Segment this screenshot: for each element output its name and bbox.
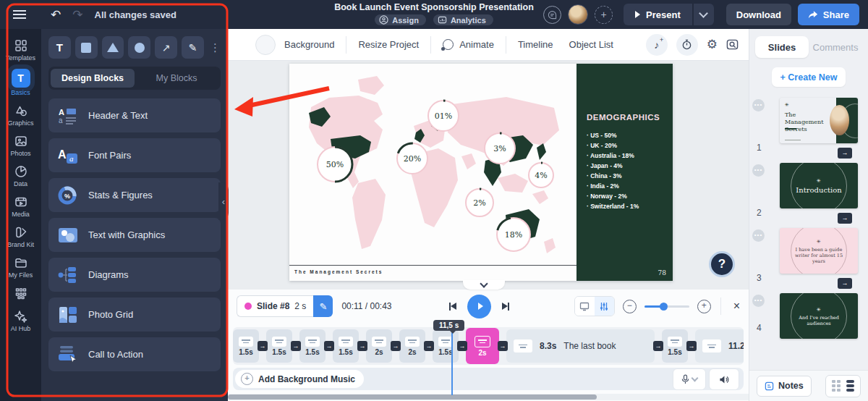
tab-comments[interactable]: Comments	[809, 36, 862, 58]
animate-button[interactable]: Animate	[459, 39, 494, 50]
download-button[interactable]: Download	[726, 4, 791, 25]
slide-canvas[interactable]: 50% 20% 01% 3% 4% 2%	[289, 64, 673, 281]
add-music-button[interactable]: ♪+	[646, 34, 668, 56]
playhead[interactable]	[451, 332, 453, 395]
transition-icon[interactable]: →	[457, 341, 467, 351]
undo-icon[interactable]: ↶	[51, 9, 61, 21]
sidebar-item-media[interactable]: Media	[0, 191, 41, 221]
transition-icon[interactable]: →	[258, 341, 268, 351]
voiceover-button[interactable]	[673, 368, 706, 390]
slide-thumbnail-1[interactable]: ✳ The Management Secrets	[780, 98, 858, 143]
slide-thumbnail-3[interactable]: ✳ I have been a guide writer for almost …	[780, 228, 858, 274]
transition-icon[interactable]: →	[838, 278, 852, 289]
timeline-button[interactable]: Timeline	[518, 39, 553, 50]
timeline-block-9[interactable]: 8.3sThe last book	[506, 329, 655, 363]
panel-collapse-button[interactable]: ‹	[218, 182, 229, 220]
sidebar-item-templates[interactable]: Templates	[0, 35, 41, 65]
block-text-with-graphics[interactable]: Text with Graphics	[48, 218, 221, 252]
transition-icon[interactable]: →	[357, 341, 367, 351]
current-slide-pill[interactable]: Slide #8 2 s	[237, 295, 313, 317]
add-collaborator-button[interactable]: +	[595, 6, 613, 24]
analytics-button[interactable]: Analytics	[433, 14, 493, 25]
tab-slides[interactable]: Slides	[755, 36, 809, 58]
block-photo-grid[interactable]: Photo Grid	[48, 297, 221, 332]
slide-options-button[interactable]: •••	[752, 295, 765, 307]
tab-my-blocks[interactable]: My Blocks	[135, 69, 218, 88]
timeline-block-1[interactable]: 1.5s	[233, 329, 259, 363]
block-font-pairs[interactable]: Aa Font Pairs	[48, 138, 221, 172]
transition-icon[interactable]: →	[653, 341, 663, 351]
present-button[interactable]: Present	[624, 4, 692, 25]
slide-options-button[interactable]: •••	[752, 164, 765, 177]
transition-icon[interactable]: →	[424, 341, 434, 351]
canvas-collapse-tab[interactable]	[463, 280, 505, 290]
block-stats-figures[interactable]: % Stats & Figures	[48, 178, 221, 212]
sidebar-item-ai-hub[interactable]: AI Hub	[0, 305, 41, 336]
comments-icon[interactable]	[543, 6, 561, 24]
create-new-button[interactable]: + Create New	[772, 67, 846, 87]
tab-design-blocks[interactable]: Design Blocks	[51, 69, 135, 88]
object-list-button[interactable]: Object List	[569, 39, 613, 50]
slide-thumbnail-4[interactable]: ✳ And I've reached audiences	[780, 293, 858, 339]
zoom-in-button[interactable]: +	[697, 300, 711, 313]
redo-icon[interactable]: ↷	[72, 9, 82, 21]
transition-icon[interactable]: →	[391, 341, 401, 351]
triangle-shape-tool[interactable]	[102, 36, 124, 59]
present-dropdown-button[interactable]	[694, 4, 714, 25]
slide-options-button[interactable]: •••	[752, 229, 765, 242]
assign-button[interactable]: Assign	[375, 14, 426, 25]
preview-button[interactable]	[726, 38, 739, 51]
timeline-block-11[interactable]: 11.2sT	[695, 329, 744, 363]
resize-project-button[interactable]: Resize Project	[358, 39, 419, 50]
edit-duration-button[interactable]: ✎	[313, 295, 333, 317]
timeline-block-8-selected[interactable]: 2s	[466, 328, 499, 364]
timeline-zoom-slider[interactable]	[644, 305, 689, 308]
text-tool[interactable]: T	[48, 36, 71, 59]
add-background-music-button[interactable]: + Add Background Music	[235, 370, 364, 388]
mute-button[interactable]	[709, 368, 739, 390]
slider-knob[interactable]	[660, 303, 668, 311]
hamburger-menu-icon[interactable]	[13, 10, 26, 12]
sidebar-item-apps[interactable]	[0, 282, 41, 305]
notes-button[interactable]: Notes	[757, 376, 812, 397]
skip-forward-button[interactable]	[502, 303, 509, 311]
zoom-out-button[interactable]: −	[623, 300, 637, 313]
transition-icon[interactable]: →	[686, 341, 697, 351]
timer-button[interactable]	[676, 34, 698, 56]
background-color-swatch[interactable]	[255, 35, 276, 55]
more-tools-button[interactable]: ⋮	[210, 41, 221, 54]
circle-shape-tool[interactable]	[128, 36, 150, 59]
timeline-block-5[interactable]: 2s	[366, 329, 392, 363]
timeline-block-7[interactable]: 1.5s	[433, 329, 459, 363]
sidebar-item-basics[interactable]: T Basics	[0, 65, 41, 100]
transition-icon[interactable]: →	[498, 341, 508, 351]
timeline-block-2[interactable]: 1.5s	[266, 329, 292, 363]
timeline-block-4[interactable]: 1.5s	[333, 329, 359, 363]
transition-icon[interactable]: →	[324, 341, 334, 351]
document-title[interactable]: Book Launch Event Sponsorship Presentati…	[282, 2, 586, 12]
skip-back-button[interactable]	[449, 303, 456, 311]
timeline-block-3[interactable]: 1.5s	[299, 329, 326, 363]
settings-button[interactable]: ⚙	[707, 37, 718, 52]
user-avatar[interactable]	[568, 4, 588, 25]
square-shape-tool[interactable]	[75, 36, 98, 59]
sidebar-item-data[interactable]: Data	[0, 161, 41, 191]
block-diagrams[interactable]: Diagrams	[48, 258, 221, 292]
share-button[interactable]: Share	[798, 4, 859, 25]
block-header-text[interactable]: Aa Header & Text	[48, 98, 221, 132]
slide-view-button[interactable]	[575, 297, 595, 316]
timeline-block-6[interactable]: 2s	[399, 329, 425, 363]
sidebar-item-brand-kit[interactable]: Brand Kit	[0, 221, 41, 252]
background-button[interactable]: Background	[284, 39, 334, 50]
help-button[interactable]: ?	[709, 251, 735, 277]
line-arrow-tool[interactable]: ↗	[155, 36, 177, 59]
close-timeline-button[interactable]: ×	[733, 300, 740, 313]
grid-view-button[interactable]	[832, 380, 841, 392]
timeline-block-10[interactable]: 1.5s	[662, 329, 688, 363]
block-call-to-action[interactable]: Call to Action	[48, 337, 221, 371]
transition-icon[interactable]: →	[838, 148, 852, 159]
advanced-timeline-button[interactable]	[595, 297, 614, 316]
sidebar-item-graphics[interactable]: Graphics	[0, 100, 41, 130]
scrollbar-thumb[interactable]	[228, 394, 597, 400]
timeline-play-button[interactable]	[467, 295, 491, 318]
